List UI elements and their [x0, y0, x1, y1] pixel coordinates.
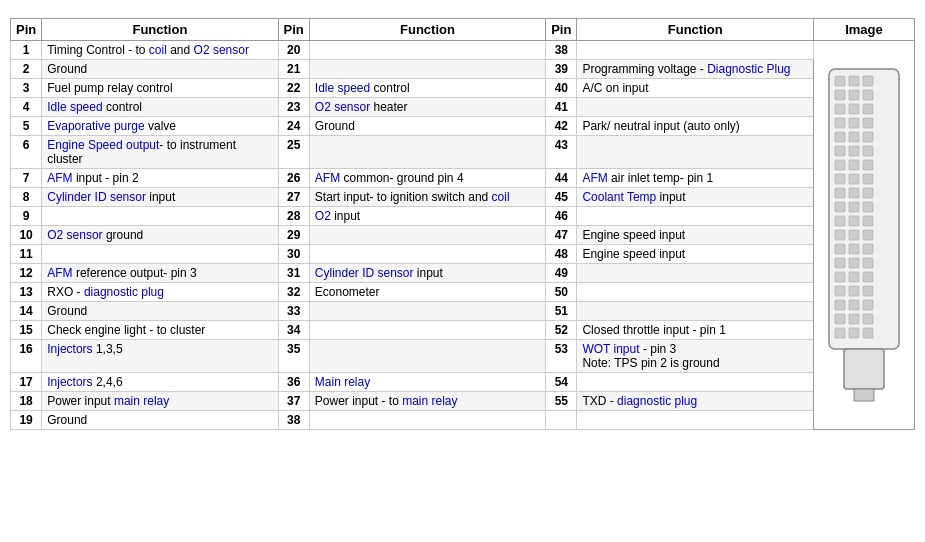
pin-number: 44 [546, 169, 577, 188]
pin-number: 52 [546, 321, 577, 340]
table-row: 12AFM reference output- pin 331Cylinder … [11, 264, 915, 283]
pin-number: 37 [278, 392, 309, 411]
col1-function-header: Function [42, 19, 278, 41]
pin-number: 40 [546, 79, 577, 98]
svg-rect-35 [849, 286, 859, 296]
svg-rect-8 [835, 174, 845, 184]
svg-rect-15 [835, 272, 845, 282]
svg-rect-49 [863, 216, 873, 226]
svg-rect-31 [849, 230, 859, 240]
svg-rect-5 [835, 132, 845, 142]
function-cell [577, 411, 814, 430]
svg-rect-36 [849, 300, 859, 310]
function-cell: AFM input - pin 2 [42, 169, 278, 188]
pin-number: 6 [11, 136, 42, 169]
pin-number: 46 [546, 207, 577, 226]
svg-rect-43 [863, 132, 873, 142]
svg-rect-44 [863, 146, 873, 156]
table-row: 1Timing Control - to coil and O2 sensor2… [11, 41, 915, 60]
pin-number: 20 [278, 41, 309, 60]
svg-rect-37 [849, 314, 859, 324]
pin-number: 19 [11, 411, 42, 430]
function-cell [577, 41, 814, 60]
table-row: 19Ground38 [11, 411, 915, 430]
function-cell: WOT input - pin 3Note: TPS pin 2 is grou… [577, 340, 814, 373]
function-cell: Idle speed control [309, 79, 545, 98]
pin-number: 22 [278, 79, 309, 98]
svg-rect-20 [849, 76, 859, 86]
function-cell [42, 245, 278, 264]
pin-number: 31 [278, 264, 309, 283]
pin-number: 24 [278, 117, 309, 136]
pin-number: 17 [11, 373, 42, 392]
pin-number: 48 [546, 245, 577, 264]
svg-rect-39 [863, 76, 873, 86]
pin-number: 45 [546, 188, 577, 207]
function-cell: AFM common- ground pin 4 [309, 169, 545, 188]
pin-number: 18 [11, 392, 42, 411]
function-cell: Closed throttle input - pin 1 [577, 321, 814, 340]
function-cell: Cylinder ID sensor input [42, 188, 278, 207]
svg-rect-30 [849, 216, 859, 226]
pin-number: 26 [278, 169, 309, 188]
col2-pin-header: Pin [278, 19, 309, 41]
pin-number: 9 [11, 207, 42, 226]
pin-number: 5 [11, 117, 42, 136]
pin-number [546, 411, 577, 430]
svg-rect-52 [863, 258, 873, 268]
table-row: 3Fuel pump relay control22Idle speed con… [11, 79, 915, 98]
pin-number: 4 [11, 98, 42, 117]
connector-image [814, 41, 915, 430]
function-cell: O2 sensor heater [309, 98, 545, 117]
function-cell: TXD - diagnostic plug [577, 392, 814, 411]
svg-rect-26 [849, 160, 859, 170]
function-cell [309, 60, 545, 79]
col1-pin-header: Pin [11, 19, 42, 41]
svg-rect-29 [849, 202, 859, 212]
function-cell: Engine speed input [577, 226, 814, 245]
pin-number: 11 [11, 245, 42, 264]
function-cell [309, 226, 545, 245]
pin-number: 38 [546, 41, 577, 60]
function-cell: Idle speed control [42, 98, 278, 117]
pin-number: 8 [11, 188, 42, 207]
pin-number: 27 [278, 188, 309, 207]
function-cell: Programming voltage - Diagnostic Plug [577, 60, 814, 79]
svg-rect-38 [849, 328, 859, 338]
function-cell [309, 245, 545, 264]
table-row: 7AFM input - pin 226AFM common- ground p… [11, 169, 915, 188]
svg-rect-41 [863, 104, 873, 114]
function-cell: Power input main relay [42, 392, 278, 411]
table-row: 18Power input main relay37Power input - … [11, 392, 915, 411]
pin-number: 39 [546, 60, 577, 79]
svg-rect-56 [863, 314, 873, 324]
function-cell: O2 input [309, 207, 545, 226]
svg-rect-10 [835, 202, 845, 212]
pin-number: 7 [11, 169, 42, 188]
pin-number: 2 [11, 60, 42, 79]
svg-rect-6 [835, 146, 845, 156]
svg-rect-59 [854, 389, 874, 401]
function-cell: Ground [42, 60, 278, 79]
table-row: 15Check engine light - to cluster3452Clo… [11, 321, 915, 340]
table-row: 13RXO - diagnostic plug32Econometer50 [11, 283, 915, 302]
function-cell: Ground [42, 411, 278, 430]
pin-number: 25 [278, 136, 309, 169]
svg-rect-16 [835, 286, 845, 296]
pin-number: 14 [11, 302, 42, 321]
table-row: 4Idle speed control23O2 sensor heater41 [11, 98, 915, 117]
function-cell [309, 302, 545, 321]
function-cell: Ground [42, 302, 278, 321]
svg-rect-45 [863, 160, 873, 170]
svg-rect-9 [835, 188, 845, 198]
function-cell: Econometer [309, 283, 545, 302]
svg-rect-3 [835, 104, 845, 114]
table-row: 928O2 input46 [11, 207, 915, 226]
pin-number: 21 [278, 60, 309, 79]
function-cell [577, 264, 814, 283]
function-cell [309, 136, 545, 169]
pin-number: 33 [278, 302, 309, 321]
pin-number: 55 [546, 392, 577, 411]
function-cell [309, 41, 545, 60]
svg-rect-55 [863, 300, 873, 310]
